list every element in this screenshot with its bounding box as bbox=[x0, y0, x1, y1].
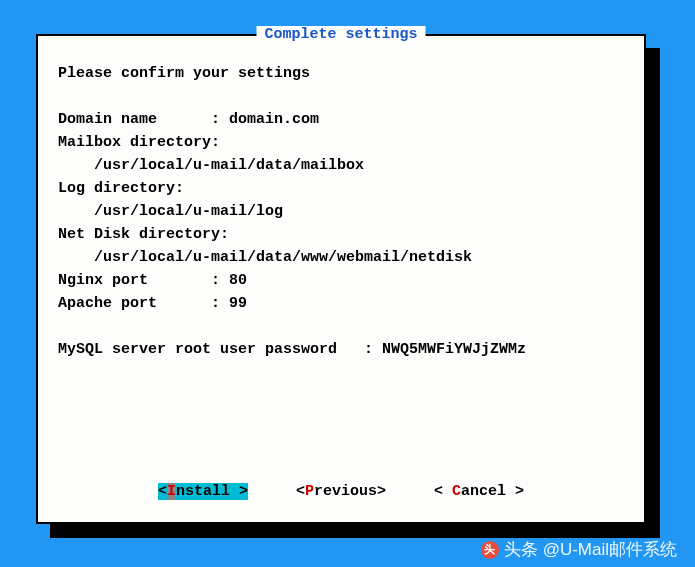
netdisk-value: /usr/local/u-mail/data/www/webmail/netdi… bbox=[58, 249, 472, 266]
confirm-text: Please confirm your settings bbox=[58, 65, 310, 82]
apache-value: 99 bbox=[229, 295, 247, 312]
mailbox-value: /usr/local/u-mail/data/mailbox bbox=[58, 157, 364, 174]
mysql-value: NWQ5MWFiYWJjZWMz bbox=[382, 341, 526, 358]
dialog-title: Complete settings bbox=[256, 26, 425, 43]
watermark-prefix: 头条 bbox=[504, 538, 538, 561]
previous-button[interactable]: <Previous> bbox=[296, 483, 386, 500]
cancel-button[interactable]: < Cancel > bbox=[434, 483, 524, 500]
mailbox-label: Mailbox directory: bbox=[58, 134, 220, 151]
button-row: <Install > <Previous> < Cancel > bbox=[38, 483, 644, 500]
install-button[interactable]: <Install > bbox=[158, 483, 248, 500]
log-label: Log directory: bbox=[58, 180, 184, 197]
watermark-text: @U-Mail邮件系统 bbox=[543, 538, 677, 561]
apache-label: Apache port : bbox=[58, 295, 229, 312]
nginx-label: Nginx port : bbox=[58, 272, 229, 289]
install-hotkey: I bbox=[167, 483, 176, 500]
mysql-label: MySQL server root user password : bbox=[58, 341, 382, 358]
domain-label: Domain name : bbox=[58, 111, 229, 128]
watermark: 头 头条 @U-Mail邮件系统 bbox=[481, 538, 677, 561]
previous-hotkey: P bbox=[305, 483, 314, 500]
netdisk-label: Net Disk directory: bbox=[58, 226, 229, 243]
settings-dialog: Complete settings Please confirm your se… bbox=[36, 34, 646, 524]
nginx-value: 80 bbox=[229, 272, 247, 289]
dialog-content: Please confirm your settings Domain name… bbox=[38, 36, 644, 361]
log-value: /usr/local/u-mail/log bbox=[58, 203, 283, 220]
cancel-hotkey: C bbox=[452, 483, 461, 500]
watermark-icon: 头 bbox=[481, 541, 499, 559]
domain-value: domain.com bbox=[229, 111, 319, 128]
